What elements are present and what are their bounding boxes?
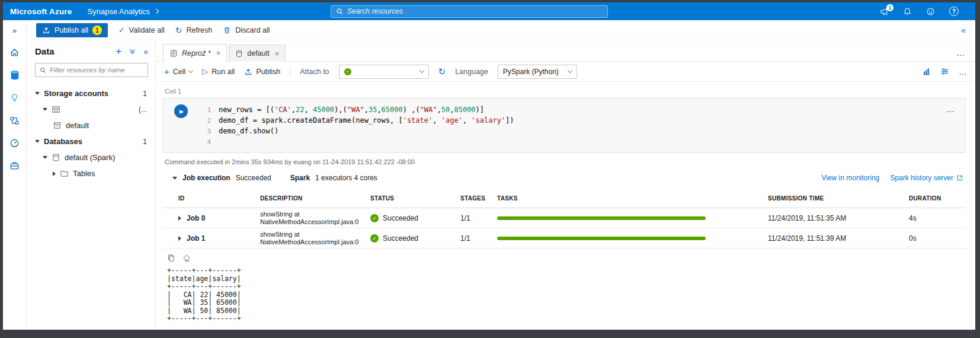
close-tab-icon[interactable]: × (216, 49, 221, 58)
integrate-icon[interactable] (9, 116, 20, 126)
notebook-icon (169, 49, 178, 58)
feedback-smiley-icon[interactable] (926, 7, 935, 16)
job-submission-time: 11/24/2019, 11:51:39 AM (768, 234, 909, 243)
global-search[interactable] (331, 5, 608, 18)
expanded-caret-icon[interactable] (35, 92, 40, 95)
collapse-right-panel-icon[interactable]: « (961, 25, 966, 35)
close-tab-icon[interactable]: × (275, 49, 280, 58)
expand-job-caret-icon[interactable] (178, 216, 181, 221)
clear-output-icon[interactable] (182, 254, 191, 262)
collapse-all-icon[interactable] (129, 47, 136, 55)
search-icon (336, 8, 343, 15)
data-icon[interactable] (9, 70, 20, 81)
tab-default[interactable]: default × (229, 44, 286, 62)
chevron-down-icon (419, 68, 424, 73)
copy-output-icon[interactable] (167, 254, 175, 262)
resource-tree: Storage accounts 1 (... (35, 85, 148, 181)
manage-icon[interactable] (9, 161, 20, 171)
monitor-icon[interactable] (9, 138, 20, 148)
container-icon (53, 121, 62, 130)
collapse-section-caret-icon[interactable] (172, 177, 177, 180)
job-id: Job 1 (187, 234, 205, 243)
job-id: Job 0 (187, 214, 205, 222)
publish-all-button[interactable]: Publish all 1 (36, 23, 108, 37)
tree-item-storage-account[interactable]: (... (35, 101, 148, 117)
microsoft-azure-logo[interactable]: Microsoft Azure (10, 7, 72, 16)
more-actions-icon[interactable]: … (959, 67, 967, 76)
collapsed-caret-icon[interactable] (53, 171, 56, 176)
succeeded-check-icon: ✓ (370, 234, 379, 243)
spark-history-server-link[interactable]: Spark history server (890, 174, 963, 182)
home-icon[interactable] (9, 47, 20, 58)
search-input[interactable] (347, 7, 603, 15)
folder-icon (60, 169, 69, 178)
expanded-caret-icon[interactable] (35, 140, 40, 143)
job-description: showString at NativeMethodAccessorImpl.j… (260, 231, 370, 246)
bell-icon[interactable] (903, 7, 912, 16)
filter-box[interactable] (35, 63, 148, 77)
cell-more-actions-icon[interactable]: … (946, 104, 958, 114)
filter-input[interactable] (50, 66, 143, 74)
collapse-panel-icon[interactable]: « (143, 47, 148, 56)
view-in-monitoring-link[interactable]: View in monitoring (821, 174, 879, 182)
job-table-row[interactable]: Job 0 showString at NativeMethodAccessor… (163, 208, 966, 228)
code-lines[interactable]: new_rows = [('CA',22, 45000),("WA",35,65… (219, 104, 939, 147)
job-table-row[interactable]: Job 1 showString at NativeMethodAccessor… (163, 228, 966, 248)
col-submission-time: SUBMISSION TIME (768, 195, 909, 202)
develop-icon[interactable] (9, 93, 20, 103)
topbar-icons: 1 ? (880, 7, 968, 16)
outline-chart-icon[interactable] (922, 67, 931, 76)
job-progress-bar (497, 237, 706, 240)
language-value: PySpark (Python) (503, 68, 559, 76)
tree-item-databases[interactable]: Databases 1 (35, 133, 148, 149)
more-tabs-icon[interactable]: … (956, 48, 975, 61)
database-icon (235, 50, 243, 58)
add-cell-button[interactable]: + Cell (164, 66, 193, 76)
code-cell[interactable]: ▶ 1234 new_rows = [('CA',22, 45000),("WA… (163, 98, 966, 153)
expanded-caret-icon[interactable] (43, 108, 47, 111)
help-icon[interactable]: ? (949, 7, 959, 16)
line-numbers: 1234 (196, 104, 211, 148)
tab-notebook[interactable]: Reproź * × (163, 44, 227, 62)
job-description: showString at NativeMethodAccessorImpl.j… (260, 211, 370, 226)
succeeded-check-icon: ✓ (370, 214, 379, 222)
publish-notebook-button[interactable]: Publish (244, 68, 280, 76)
tree-item-container-default[interactable]: default (35, 117, 148, 133)
execution-status-line: Command executed in 2mins 35s 934ms by e… (165, 158, 966, 165)
tree-item-tables[interactable]: Tables (35, 165, 148, 181)
job-status: Succeeded (383, 234, 418, 243)
configure-session-icon[interactable] (940, 67, 949, 76)
language-dropdown[interactable]: PySpark (Python) (498, 65, 577, 79)
filter-search-icon (40, 67, 46, 74)
expand-rail-icon[interactable]: » (12, 26, 17, 35)
expanded-caret-icon[interactable] (43, 156, 47, 159)
job-execution-label: Job execution (182, 174, 230, 182)
refresh-button[interactable]: ↻ Refresh (175, 25, 213, 35)
job-progress-bar (497, 216, 706, 220)
run-cell-button[interactable]: ▶ (174, 104, 188, 118)
notifications-icon[interactable]: 1 (880, 7, 889, 16)
tree-item-storage-accounts[interactable]: Storage accounts 1 (35, 85, 148, 101)
database-icon (52, 153, 60, 162)
tree-item-database-default-spark[interactable]: default (Spark) (35, 149, 148, 165)
add-resource-icon[interactable]: + (116, 46, 121, 56)
job-duration: 0s (909, 234, 966, 243)
divider (290, 66, 290, 76)
job-stages: 1/1 (460, 214, 497, 222)
refresh-pools-icon[interactable]: ↻ (438, 66, 446, 77)
notification-count-badge: 1 (886, 4, 893, 11)
validate-all-button[interactable]: ✓ Validate all (119, 25, 165, 34)
job-execution-status: Succeeded (236, 174, 271, 182)
language-label: Language (455, 68, 488, 76)
expand-job-caret-icon[interactable] (178, 236, 181, 241)
left-nav-rail: » (3, 20, 27, 330)
panel-title: Data (35, 46, 55, 56)
breadcrumb[interactable]: Synapse Analytics (88, 7, 159, 16)
col-id: ID (171, 195, 260, 202)
storage-account-icon (52, 105, 60, 114)
discard-all-button[interactable]: Discard all (223, 26, 270, 34)
attach-to-label: Attach to (300, 68, 329, 76)
run-all-button[interactable]: ▷ Run all (202, 67, 235, 76)
add-cell-label: Cell (173, 68, 186, 76)
attach-to-dropdown[interactable]: ✓ (339, 65, 429, 79)
